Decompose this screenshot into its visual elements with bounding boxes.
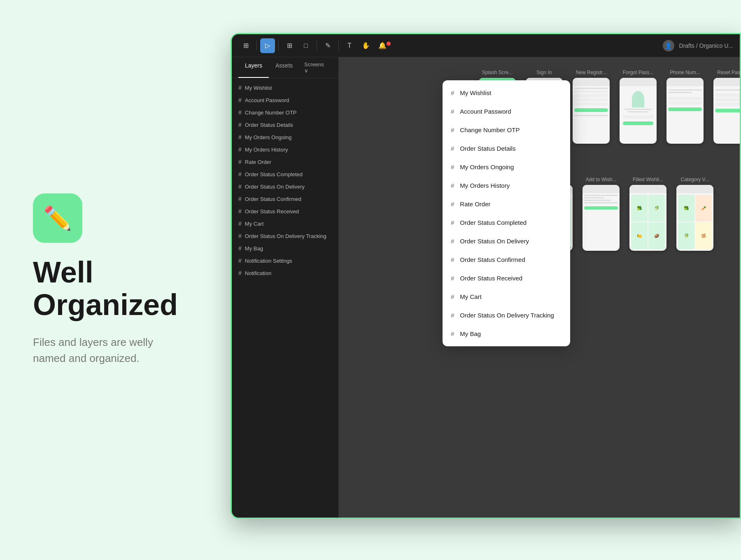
sidebar-item-13[interactable]: # My Bag <box>232 242 338 254</box>
hash-icon-1: # <box>238 97 242 103</box>
design-window: ⊞ ▷ ⊞ □ ✎ T ✋ 🔔 👤 Drafts / Organico U... <box>231 33 741 519</box>
tab-assets[interactable]: Assets <box>269 57 299 78</box>
sidebar-item-9[interactable]: # Order Status Confirmed <box>232 193 338 205</box>
tool-hand[interactable]: ✋ <box>359 38 373 53</box>
sidebar-item-label-8: Order Status On Delivery <box>245 184 305 190</box>
toolbar: ⊞ ▷ ⊞ □ ✎ T ✋ 🔔 👤 Drafts / Organico U... <box>232 34 740 57</box>
sidebar-item-10[interactable]: # Order Status Received <box>232 205 338 217</box>
tool-select[interactable]: ▷ <box>260 38 275 53</box>
hash-icon-10: # <box>238 208 242 215</box>
toolbar-divider-3 <box>317 41 317 51</box>
sidebar-item-8[interactable]: # Order Status On Delivery <box>232 180 338 193</box>
dropdown-item-2[interactable]: # Change Number OTP <box>443 121 570 139</box>
tool-notification-wrapper: 🔔 <box>375 38 390 53</box>
sidebar-item-label-12: Order Status On Delivery Tracking <box>245 233 326 239</box>
tab-layers[interactable]: Layers <box>238 57 269 78</box>
sidebar-item-label-7: Order Status Completed <box>245 171 303 177</box>
dropdown-item-13[interactable]: # My Bag <box>443 324 570 343</box>
dropdown-item-9[interactable]: # Order Status Confirmed <box>443 250 570 269</box>
tool-frame[interactable]: ⊞ <box>282 38 297 53</box>
hash-icon-14: # <box>238 257 242 264</box>
dropdown-item-11[interactable]: # My Cart <box>443 287 570 306</box>
toolbar-divider-4 <box>338 41 339 51</box>
screen-label-splash: Splash Scre... <box>482 70 513 75</box>
dropdown-item-4[interactable]: # My Orders Ongoing <box>443 158 570 176</box>
dropdown-label-7: Order Status Completed <box>460 219 527 226</box>
dropdown-label-11: My Cart <box>460 293 482 300</box>
dropdown-label-5: My Orders History <box>460 182 510 189</box>
toolbar-right: 👤 Drafts / Organico U... <box>663 40 733 51</box>
tool-text[interactable]: T <box>342 38 357 53</box>
screen-category: Category V... 🥦 🥕 🥬 <box>676 177 713 251</box>
dropdown-label-3: Order Status Details <box>460 145 515 152</box>
tool-notification[interactable]: 🔔 <box>375 38 390 53</box>
tool-shape[interactable]: □ <box>298 38 313 53</box>
screen-addwish: Add to Wish... <box>583 177 620 251</box>
canvas-area: # My Wishlist # Account Password # Chang… <box>339 57 740 518</box>
sidebar-item-7[interactable]: # Order Status Completed <box>232 168 338 180</box>
dropdown-item-10[interactable]: # Order Status Received <box>443 269 570 287</box>
dropdown-item-6[interactable]: # Rate Order <box>443 195 570 213</box>
hash-icon-13: # <box>238 245 242 252</box>
screen-phone: Phone Num... <box>666 70 704 144</box>
dropdown-hash-9: # <box>451 256 454 263</box>
dropdown-item-1[interactable]: # Account Password <box>443 102 570 121</box>
sidebar-item-2[interactable]: # Change Number OTP <box>232 106 338 119</box>
sidebar-item-11[interactable]: # My Cart <box>232 217 338 230</box>
sidebar-item-1[interactable]: # Account Password <box>232 94 338 106</box>
screen-label-filled: Filled Wishli... <box>633 177 663 182</box>
app-icon: ✏️ <box>33 194 82 243</box>
screen-mockup-forgot <box>620 78 657 144</box>
dropdown-item-8[interactable]: # Order Status On Delivery <box>443 232 570 250</box>
screen-label-category: Category V... <box>681 177 709 182</box>
dropdown-item-7[interactable]: # Order Status Completed <box>443 213 570 232</box>
tool-pen[interactable]: ✎ <box>320 38 335 53</box>
dropdown-label-2: Change Number OTP <box>460 126 520 133</box>
tool-components[interactable]: ⊞ <box>238 38 253 53</box>
page-wrapper: ✏️ Well Organized Files and layers are w… <box>0 0 741 560</box>
dropdown-item-3[interactable]: # Order Status Details <box>443 139 570 158</box>
hash-icon-8: # <box>238 183 242 190</box>
sidebar-item-14[interactable]: # Notification Settings <box>232 254 338 267</box>
sidebar-item-0[interactable]: # My Wishlist <box>232 82 338 94</box>
sidebar-item-4[interactable]: # My Orders Ongoing <box>232 131 338 143</box>
sidebar-tabs: Layers Assets Screens ∨ <box>232 57 338 78</box>
dropdown-hash-0: # <box>451 89 454 96</box>
sidebar-item-6[interactable]: # Rate Order <box>232 156 338 168</box>
screen-mockup-register <box>573 78 610 144</box>
hash-icon-9: # <box>238 196 242 202</box>
dropdown-item-12[interactable]: # Order Status On Delivery Tracking <box>443 306 570 324</box>
sidebar: Layers Assets Screens ∨ # My Wishlist # … <box>232 57 339 518</box>
sidebar-item-3[interactable]: # Order Status Details <box>232 119 338 131</box>
notification-dot <box>387 42 391 46</box>
hero-title: Well Organized <box>33 256 181 321</box>
screen-mockup-filled: 🥦 🥬 🍋 🥔 <box>629 185 666 251</box>
breadcrumb: Drafts / Organico U... <box>679 42 733 49</box>
dropdown-label-8: Order Status On Delivery <box>460 238 529 245</box>
hash-icon-6: # <box>238 159 242 165</box>
hash-icon-4: # <box>238 134 242 140</box>
dropdown-item-5[interactable]: # My Orders History <box>443 176 570 195</box>
sidebar-item-5[interactable]: # My Orders History <box>232 143 338 156</box>
dropdown-label-1: Account Password <box>460 108 511 115</box>
dropdown-hash-6: # <box>451 201 454 208</box>
sidebar-item-label-2: Change Number OTP <box>245 110 297 116</box>
dropdown-item-0[interactable]: # My Wishlist <box>443 84 570 102</box>
toolbar-divider-2 <box>278 41 279 51</box>
screen-label-signin: Sign In <box>536 70 552 75</box>
hash-icon-5: # <box>238 146 242 153</box>
sidebar-item-12[interactable]: # Order Status On Delivery Tracking <box>232 230 338 242</box>
dropdown-label-9: Order Status Confirmed <box>460 256 525 263</box>
dropdown-label-4: My Orders Ongoing <box>460 163 514 170</box>
left-panel: ✏️ Well Organized Files and layers are w… <box>0 169 214 391</box>
dropdown-hash-5: # <box>451 182 454 189</box>
dropdown-label-12: Order Status On Delivery Tracking <box>460 312 554 319</box>
sidebar-item-15[interactable]: # Notification <box>232 267 338 279</box>
dropdown-hash-11: # <box>451 293 454 300</box>
dropdown-hash-13: # <box>451 330 454 337</box>
hash-icon-2: # <box>238 109 242 116</box>
screens-button[interactable]: Screens ∨ <box>299 57 332 78</box>
user-avatar: 👤 <box>663 40 674 51</box>
screen-mockup-category: 🥦 🥕 🥬 🫚 <box>676 185 713 251</box>
hash-icon-3: # <box>238 121 242 128</box>
